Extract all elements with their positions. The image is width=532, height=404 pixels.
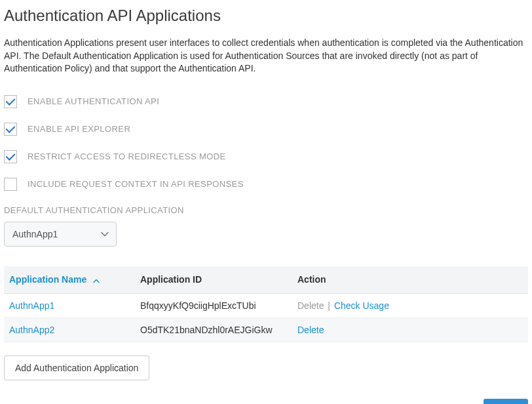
app-name-link[interactable]: AuthnApp2 xyxy=(9,325,54,335)
col-header-action: Action xyxy=(292,266,528,294)
add-authentication-application-button[interactable]: Add Authentication Application xyxy=(4,355,149,380)
check-usage-link[interactable]: Check Usage xyxy=(334,300,389,311)
restrict-redirectless-checkbox[interactable] xyxy=(4,150,17,163)
default-app-select[interactable]: AuthnApp1 xyxy=(4,222,117,247)
save-button[interactable]: Save xyxy=(484,399,528,404)
table-row: AuthnApp1 BfqqxyyKfQ9ciigHplExcTUbi Dele… xyxy=(4,294,528,318)
enable-authentication-api-label: ENABLE AUTHENTICATION API xyxy=(28,96,159,106)
enable-api-explorer-label: ENABLE API EXPLORER xyxy=(28,124,130,134)
table-row: AuthnApp2 O5dTK21bnaNDzhl0rAEJGiGkw Dele… xyxy=(4,318,528,342)
include-request-context-checkbox[interactable] xyxy=(4,178,17,191)
col-header-name[interactable]: Application Name xyxy=(4,266,135,294)
app-id-cell: O5dTK21bnaNDzhl0rAEJGiGkw xyxy=(135,318,292,342)
enable-authentication-api-checkbox[interactable] xyxy=(4,95,17,108)
default-app-selected: AuthnApp1 xyxy=(12,229,58,239)
page-title: Authentication API Applications xyxy=(4,7,528,25)
sort-asc-icon xyxy=(93,275,100,285)
separator: | xyxy=(328,300,330,311)
applications-table: Application Name Application ID Action A… xyxy=(4,266,528,342)
include-request-context-label: INCLUDE REQUEST CONTEXT IN API RESPONSES xyxy=(28,179,244,189)
restrict-redirectless-label: RESTRICT ACCESS TO REDIRECTLESS MODE xyxy=(28,152,226,161)
page-description: Authentication Applications present user… xyxy=(4,37,528,75)
delete-link[interactable]: Delete xyxy=(297,325,324,335)
default-app-label: DEFAULT AUTHENTICATION APPLICATION xyxy=(4,205,528,215)
enable-api-explorer-checkbox[interactable] xyxy=(4,123,17,136)
col-header-id[interactable]: Application ID xyxy=(135,266,292,294)
app-id-cell: BfqqxyyKfQ9ciigHplExcTUbi xyxy=(135,294,292,318)
app-name-link[interactable]: AuthnApp1 xyxy=(9,300,54,311)
delete-disabled: Delete xyxy=(297,300,324,311)
